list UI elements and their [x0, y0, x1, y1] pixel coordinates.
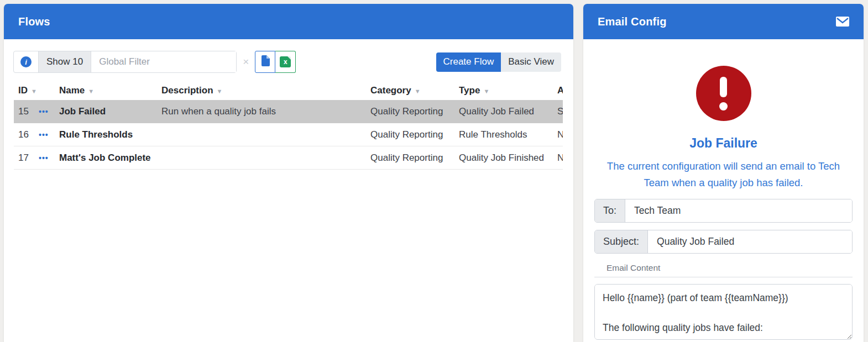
- filter-icon[interactable]: ▼: [217, 88, 223, 94]
- cell-truncated: N: [557, 152, 563, 164]
- to-label: To:: [595, 199, 625, 222]
- filter-icon[interactable]: ▼: [483, 88, 489, 94]
- exclamation-bar: [720, 77, 727, 97]
- cell-type: Quality Job Failed: [459, 106, 557, 117]
- exclamation-dot: [719, 102, 728, 111]
- column-header-id[interactable]: ID▼: [18, 85, 39, 96]
- info-icon: i: [20, 56, 32, 67]
- excel-fold: [287, 56, 291, 60]
- excel-icon: x: [280, 56, 291, 67]
- table-header-row: ID▼ Name▼ Description▼ Category▼ Type▼ A: [14, 81, 563, 100]
- flows-panel-header: Flows: [4, 4, 573, 39]
- subject-input[interactable]: [648, 230, 852, 253]
- table-row[interactable]: 15 ••• Job Failed Run when a quality job…: [14, 100, 563, 123]
- cell-category: Quality Reporting: [370, 106, 459, 117]
- table-row[interactable]: 17 ••• Matt's Job Complete Quality Repor…: [14, 146, 563, 170]
- email-config-title: Email Config: [598, 15, 667, 28]
- cell-name: Matt's Job Complete: [59, 152, 161, 164]
- row-actions-button[interactable]: •••: [39, 154, 59, 162]
- export-csv-button[interactable]: [255, 51, 275, 73]
- column-header-description[interactable]: Description▼: [161, 85, 370, 96]
- email-config-body: Job Failure The current configuration wi…: [583, 66, 864, 342]
- email-content-textarea[interactable]: [594, 284, 853, 340]
- flows-table: ID▼ Name▼ Description▼ Category▼ Type▼ A…: [14, 81, 563, 170]
- filter-icon[interactable]: ▼: [88, 88, 94, 94]
- cell-type: Quality Job Finished: [459, 152, 557, 164]
- subject-label: Subject:: [595, 230, 648, 253]
- flows-panel-title: Flows: [18, 15, 50, 28]
- file-icon: [261, 55, 270, 69]
- email-config-panel: Email Config Job Failure The current con…: [583, 4, 864, 342]
- cell-category: Quality Reporting: [370, 152, 459, 164]
- column-header-truncated[interactable]: A: [557, 85, 563, 96]
- export-excel-button[interactable]: x: [275, 51, 296, 73]
- flows-toolbar: i Show 10 × x: [4, 39, 573, 73]
- cell-name: Job Failed: [59, 106, 161, 117]
- envelope-icon[interactable]: [836, 17, 849, 27]
- info-button[interactable]: i: [14, 51, 38, 72]
- cell-truncated: S: [557, 106, 563, 117]
- cell-type: Rule Thresholds: [459, 129, 557, 140]
- flows-panel: Flows i Show 10 ×: [4, 4, 573, 342]
- cell-category: Quality Reporting: [370, 129, 459, 140]
- subject-input-group: Subject:: [594, 230, 853, 254]
- cell-name: Rule Thresholds: [59, 129, 161, 140]
- basic-view-button[interactable]: Basic View: [501, 52, 561, 72]
- cell-truncated: N: [557, 129, 563, 140]
- view-toggle: Create Flow Basic View: [436, 52, 561, 72]
- to-input-group: To:: [594, 199, 853, 223]
- cell-id: 15: [18, 106, 39, 117]
- email-config-heading: Job Failure: [594, 136, 853, 151]
- email-config-description: The current configuration will send an e…: [594, 158, 853, 191]
- column-header-name[interactable]: Name▼: [59, 85, 161, 96]
- email-config-header: Email Config: [583, 4, 864, 39]
- cell-id: 16: [18, 129, 39, 140]
- filter-icon[interactable]: ▼: [31, 88, 37, 94]
- show-entries-button[interactable]: Show 10: [38, 51, 91, 72]
- filter-group: i Show 10: [13, 51, 237, 73]
- column-header-type[interactable]: Type▼: [459, 85, 557, 96]
- row-actions-button[interactable]: •••: [39, 130, 59, 139]
- to-input[interactable]: [625, 199, 852, 222]
- cell-id: 17: [18, 152, 39, 164]
- filter-icon[interactable]: ▼: [415, 88, 421, 94]
- clear-filter-icon[interactable]: ×: [243, 56, 249, 68]
- global-filter-input[interactable]: [91, 51, 236, 72]
- exclamation-circle-icon: [696, 66, 751, 121]
- create-flow-button[interactable]: Create Flow: [436, 52, 501, 72]
- column-header-category[interactable]: Category▼: [370, 85, 459, 96]
- email-content-label: Email Content: [594, 263, 853, 277]
- table-row[interactable]: 16 ••• Rule Thresholds Quality Reporting…: [14, 123, 563, 146]
- cell-description: Run when a quality job fails: [161, 106, 370, 117]
- filter-controls: i Show 10 × x: [13, 51, 296, 73]
- row-actions-button[interactable]: •••: [39, 107, 59, 116]
